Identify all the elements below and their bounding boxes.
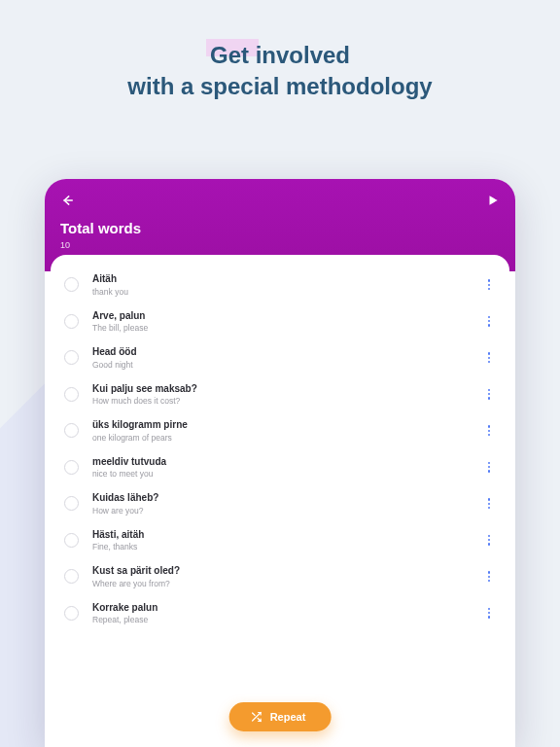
page-title: Total words: [60, 220, 500, 236]
more-icon[interactable]: [482, 312, 496, 331]
more-icon[interactable]: [482, 458, 496, 477]
word-text: Aitäh: [92, 273, 482, 286]
list-item-texts: Kust sa pärit oled?Where are you from?: [92, 565, 482, 588]
back-icon[interactable]: [60, 194, 74, 207]
list-item[interactable]: Arve, palunThe bill, please: [51, 303, 509, 340]
headline-line1: Get involved: [210, 41, 350, 70]
more-icon[interactable]: [482, 604, 496, 622]
progress-circle-icon: [64, 606, 79, 621]
word-text: Head ööd: [92, 346, 482, 359]
headline: Get involved with a special methodology: [0, 0, 560, 101]
list-item[interactable]: Aitähthank you: [51, 267, 509, 303]
progress-circle-icon: [64, 423, 79, 438]
progress-circle-icon: [64, 387, 79, 402]
translation-text: The bill, please: [92, 323, 482, 333]
list-item[interactable]: Kui palju see maksab?How much does it co…: [51, 376, 509, 413]
list-item-texts: Kui palju see maksab?How much does it co…: [92, 383, 482, 407]
list-item-texts: Korrake palunRepeat, please: [92, 602, 482, 625]
progress-circle-icon: [64, 314, 79, 329]
translation-text: Fine, thanks: [92, 542, 482, 551]
translation-text: nice to meet you: [92, 469, 482, 479]
word-text: üks kilogramm pirne: [92, 419, 482, 432]
translation-text: one kilogram of pears: [92, 433, 482, 443]
list-item[interactable]: meeldiv tutvudanice to meet you: [51, 449, 509, 486]
list-item-texts: üks kilogramm pirneone kilogram of pears: [92, 419, 482, 443]
repeat-label: Repeat: [270, 711, 306, 723]
list-item[interactable]: Head öödGood night: [51, 339, 509, 376]
more-icon[interactable]: [482, 348, 496, 367]
svg-line-4: [253, 713, 256, 716]
progress-circle-icon: [64, 350, 79, 365]
app-frame: Total words 10 Aitähthank youArve, palun…: [45, 179, 515, 747]
progress-circle-icon: [64, 569, 79, 584]
list-item[interactable]: Korrake palunRepeat, please: [51, 595, 509, 632]
shuffle-icon: [251, 711, 262, 723]
list-item-texts: Hästi, aitähFine, thanks: [92, 529, 482, 552]
word-list: Aitähthank youArve, palunThe bill, pleas…: [51, 255, 509, 747]
more-icon[interactable]: [482, 531, 496, 550]
translation-text: How much does it cost?: [92, 396, 482, 406]
progress-circle-icon: [64, 533, 79, 548]
list-item-texts: Arve, palunThe bill, please: [92, 310, 482, 334]
word-text: Kuidas läheb?: [92, 492, 482, 505]
more-icon[interactable]: [482, 275, 496, 294]
progress-circle-icon: [64, 496, 79, 511]
repeat-button[interactable]: Repeat: [229, 702, 332, 731]
word-text: Hästi, aitäh: [92, 529, 482, 542]
translation-text: How are you?: [92, 506, 482, 516]
list-item-texts: Kuidas läheb?How are you?: [92, 492, 482, 516]
more-icon[interactable]: [482, 421, 496, 440]
word-text: Arve, palun: [92, 310, 482, 323]
more-icon[interactable]: [482, 385, 496, 404]
word-text: Korrake palun: [92, 602, 482, 615]
list-item[interactable]: Kust sa pärit oled?Where are you from?: [51, 558, 509, 595]
list-item-texts: Aitähthank you: [92, 273, 482, 297]
word-text: Kust sa pärit oled?: [92, 565, 482, 578]
progress-circle-icon: [64, 277, 79, 292]
svg-marker-1: [490, 196, 498, 204]
translation-text: Repeat, please: [92, 615, 482, 624]
headline-line2: with a special methodology: [0, 72, 560, 101]
translation-text: thank you: [92, 287, 482, 297]
word-count: 10: [60, 240, 500, 250]
list-item[interactable]: üks kilogramm pirneone kilogram of pears: [51, 412, 509, 449]
more-icon[interactable]: [482, 494, 496, 513]
translation-text: Where are you from?: [92, 579, 482, 588]
word-text: Kui palju see maksab?: [92, 383, 482, 396]
list-item[interactable]: Kuidas läheb?How are you?: [51, 485, 509, 522]
more-icon[interactable]: [482, 567, 496, 586]
word-text: meeldiv tutvuda: [92, 456, 482, 469]
translation-text: Good night: [92, 360, 482, 370]
progress-circle-icon: [64, 460, 79, 475]
list-item[interactable]: Hästi, aitähFine, thanks: [51, 522, 509, 559]
play-icon[interactable]: [486, 194, 500, 207]
list-item-texts: Head öödGood night: [92, 346, 482, 370]
list-item-texts: meeldiv tutvudanice to meet you: [92, 456, 482, 480]
